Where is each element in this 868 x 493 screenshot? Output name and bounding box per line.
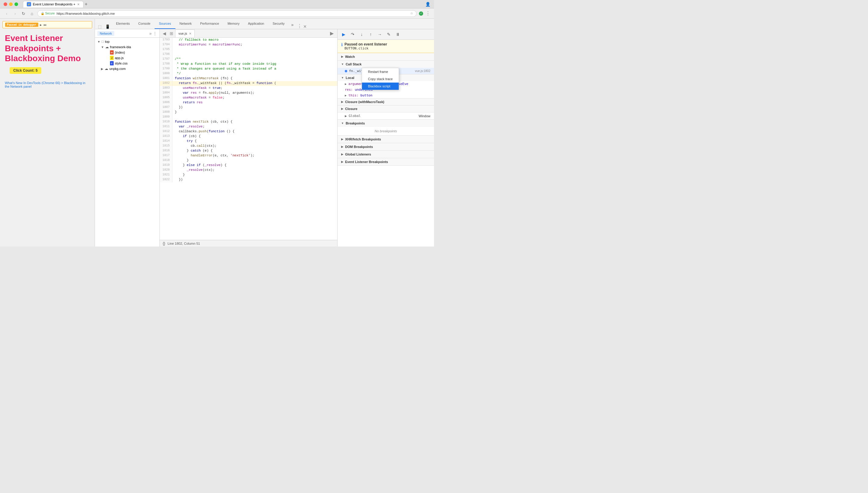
- closure-section: ▶ Closure: [338, 105, 434, 112]
- debugger-toolbar: ▶ ↷ ↓ ↑ → ✎ ⏸: [338, 29, 434, 40]
- address-bar[interactable]: 🔒 Secure https://framework-blackboxing.g…: [37, 10, 416, 17]
- pause-on-exceptions-button[interactable]: ⏸: [394, 31, 402, 38]
- step-over-button[interactable]: ↷: [349, 31, 356, 38]
- tree-arrow-unpkg: ▶: [101, 67, 103, 70]
- tab-application[interactable]: Application: [244, 19, 268, 29]
- resume-icon[interactable]: ▶: [40, 23, 42, 26]
- event-listener-breakpoints-section: ▶ Event Listener Breakpoints: [338, 158, 434, 166]
- code-line-1793: 1793 // fallback to macro: [160, 38, 337, 42]
- tree-arrow-top: ▼: [97, 40, 100, 43]
- tree-item-index[interactable]: H (index): [95, 50, 159, 55]
- tree-item-appjs[interactable]: J app.js: [95, 55, 159, 61]
- global-section: ▶ Global Window: [338, 112, 434, 120]
- close-button[interactable]: [4, 2, 7, 6]
- code-line-1810: 1810 function nextTick (cb, ctx) {: [160, 120, 337, 125]
- event-listener-arrow-icon: ▶: [341, 160, 343, 163]
- step-out-button[interactable]: ↑: [367, 31, 374, 38]
- dom-breakpoints-header[interactable]: ▶ DOM Breakpoints: [338, 143, 434, 150]
- editor-play-icon[interactable]: ▶: [330, 30, 336, 36]
- editor-tab-vuejs[interactable]: vue.js ✕: [175, 29, 195, 37]
- home-button[interactable]: ⌂: [29, 11, 35, 16]
- call-stack-section-header[interactable]: ▼ Call Stack: [338, 61, 434, 68]
- file-icon-appjs: J: [110, 56, 114, 60]
- tab-network[interactable]: Network: [175, 19, 196, 29]
- xhr-breakpoints-header[interactable]: ▶ XHR/fetch Breakpoints: [338, 135, 434, 143]
- call-stack-label: Call Stack: [346, 62, 362, 66]
- tab-security[interactable]: Security: [268, 19, 289, 29]
- global-listeners-header[interactable]: ▶ Global Listeners: [338, 151, 434, 158]
- browser-tab-active[interactable]: ⚡ Event Listener Breakpoints + ✕: [23, 1, 84, 7]
- sources-kebab-button[interactable]: ⋮: [153, 31, 157, 36]
- tree-item-framework[interactable]: ▼ ☁ framework-bla: [95, 44, 159, 50]
- code-line-1815: 1815 cb.call(ctx);: [160, 144, 337, 149]
- code-line-1795: 1795: [160, 47, 337, 52]
- scope-local-arrow-icon: ▼: [341, 76, 344, 79]
- sources-tab-network[interactable]: Network: [97, 31, 114, 36]
- breakpoints-header[interactable]: ▼ Breakpoints: [338, 120, 434, 127]
- event-listener-breakpoints-header[interactable]: ▶ Event Listener Breakpoints: [338, 158, 434, 166]
- code-line-1822: 1822 }): [160, 177, 337, 182]
- sources-more-button[interactable]: »: [149, 31, 152, 36]
- editor-back-icon[interactable]: ◀: [161, 31, 168, 36]
- tab-console[interactable]: Console: [134, 19, 155, 29]
- tab-close-icon[interactable]: ✕: [77, 3, 80, 6]
- step-into-button[interactable]: ↓: [358, 31, 365, 38]
- devtools-menu-icon[interactable]: ⋮: [297, 23, 302, 29]
- closure-header[interactable]: ▶ Closure: [338, 105, 434, 112]
- tab-sources[interactable]: Sources: [155, 19, 175, 29]
- context-menu: Restart frame Copy stack trace Blackbox …: [362, 68, 399, 90]
- minimize-button[interactable]: [9, 2, 13, 6]
- step-over-icon[interactable]: ⏭: [44, 23, 47, 26]
- tab-memory[interactable]: Memory: [223, 19, 244, 29]
- xhr-breakpoints-label: XHR/fetch Breakpoints: [345, 137, 381, 141]
- code-line-1802: 1802 return fn._withTask || (fn._withTas…: [160, 81, 337, 86]
- code-line-1821: 1821 }: [160, 173, 337, 177]
- new-tab-button[interactable]: +: [85, 1, 87, 7]
- back-button[interactable]: ‹: [4, 11, 9, 16]
- code-line-1806: 1806 return res: [160, 100, 337, 105]
- global-label: Global: [349, 114, 419, 118]
- bookmark-icon[interactable]: ☆: [410, 12, 413, 15]
- global-row[interactable]: ▶ Global Window: [338, 112, 434, 119]
- tree-item-unpkg[interactable]: ▶ ☁ unpkg.com: [95, 66, 159, 71]
- watch-section-header[interactable]: ▶ Watch: [338, 53, 434, 60]
- page-link[interactable]: What's New In DevTools (Chrome 66) > Bla…: [5, 81, 85, 88]
- code-line-1797: 1797 /**: [160, 57, 337, 62]
- devtools-close-icon[interactable]: ✕: [303, 24, 307, 29]
- breakpoints-arrow-icon: ▼: [341, 122, 344, 125]
- tree-item-stylecss[interactable]: C style.css: [95, 61, 159, 66]
- file-tree: ▼ □ top ▼ ☁ framework-bla: [95, 38, 159, 246]
- step-button[interactable]: →: [376, 31, 383, 38]
- menu-icon[interactable]: ⋮: [426, 10, 430, 16]
- devtools-device-icon[interactable]: 📱: [103, 24, 112, 29]
- closure-withmacro-header[interactable]: ▶ Closure (withMacroTask): [338, 99, 434, 105]
- code-viewer[interactable]: 1793 // fallback to macro 1794 microTime…: [160, 38, 337, 240]
- editor-tab-close-icon[interactable]: ✕: [189, 32, 191, 35]
- code-line-1819: 1819 } else if (_resolve) {: [160, 163, 337, 168]
- call-stack-arrow-icon: ▼: [341, 63, 344, 66]
- tab-performance[interactable]: Performance: [196, 19, 223, 29]
- reload-button[interactable]: ↻: [21, 11, 26, 16]
- devtools-panel: ⬚ 📱 Elements Console Sources Network Per…: [95, 19, 434, 246]
- tab-elements[interactable]: Elements: [112, 19, 134, 29]
- click-count-badge[interactable]: Click Count: 5: [9, 67, 41, 74]
- more-tabs-button[interactable]: »: [289, 21, 296, 29]
- editor-split-icon[interactable]: ⊞: [168, 31, 175, 36]
- maximize-button[interactable]: [15, 2, 18, 6]
- folder-icon-top: □: [102, 40, 104, 44]
- context-menu-blackbox-script[interactable]: Blackbox script: [362, 83, 399, 90]
- paused-text: Paused in debugger: [5, 23, 38, 27]
- devtools-tabs: ⬚ 📱 Elements Console Sources Network Per…: [95, 19, 434, 29]
- sources-tabs: Network » ⋮: [95, 29, 159, 38]
- deactivate-breakpoints-button[interactable]: ✎: [385, 31, 392, 38]
- tree-item-top[interactable]: ▼ □ top: [95, 39, 159, 44]
- context-menu-copy-stack-trace[interactable]: Copy stack trace: [362, 75, 399, 83]
- curly-braces-icon: {}: [163, 241, 165, 245]
- tree-label-framework: framework-bla: [110, 45, 131, 49]
- breakpoints-label: Breakpoints: [346, 122, 365, 125]
- resume-execution-button[interactable]: ▶: [340, 31, 347, 38]
- context-menu-restart-frame[interactable]: Restart frame: [362, 68, 399, 75]
- forward-button[interactable]: ›: [12, 11, 18, 16]
- tree-label-stylecss: style.css: [115, 62, 128, 65]
- devtools-inspect-icon[interactable]: ⬚: [96, 24, 103, 29]
